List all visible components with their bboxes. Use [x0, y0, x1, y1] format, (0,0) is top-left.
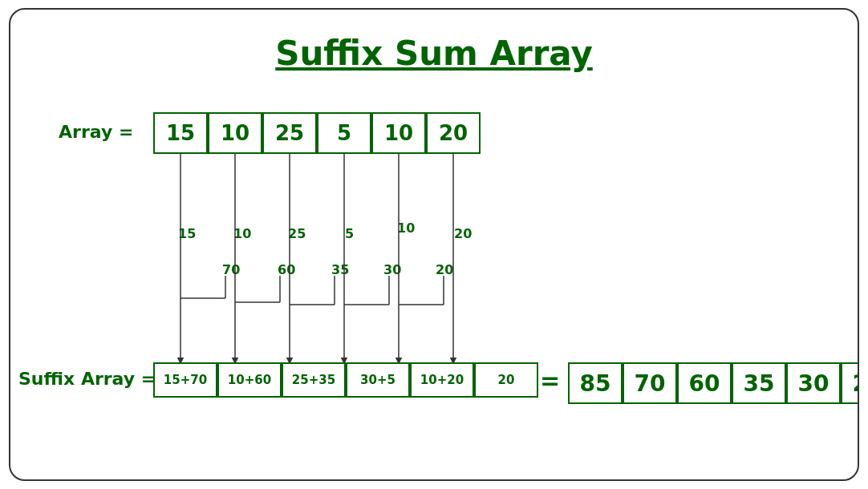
result-box-5: 20	[841, 362, 859, 404]
mid-val-3: 5	[345, 226, 354, 241]
diagram-area: Array = 15 10 25 5 10 20 15 10 25 5 10 2…	[10, 98, 858, 479]
suffix-box-5: 20	[474, 362, 538, 398]
array-box-1: 10	[208, 112, 262, 154]
result-box-0: 85	[568, 362, 623, 404]
main-container: Suffix Sum Array Array = 15 10 25 5 10 2…	[9, 8, 859, 481]
suffix-box-1: 10+60	[217, 362, 282, 398]
mid-val-0: 15	[178, 226, 196, 241]
result-box-4: 30	[786, 362, 841, 404]
suffix-box-2: 25+35	[282, 362, 346, 398]
result-box-2: 60	[677, 362, 732, 404]
carry-1: 60	[278, 262, 295, 277]
suffix-box-3: 30+5	[346, 362, 410, 398]
mid-val-4: 10	[397, 220, 415, 236]
array-boxes: 15 10 25 5 10 20	[153, 112, 481, 154]
result-boxes: 85 70 60 35 30 20	[568, 362, 859, 404]
suffix-box-0: 15+70	[153, 362, 217, 398]
page-title: Suffix Sum Array	[10, 34, 858, 73]
arrows-svg	[10, 98, 858, 479]
mid-val-1: 10	[233, 226, 251, 241]
carry-0: 70	[222, 262, 240, 277]
carry-4: 20	[436, 262, 453, 277]
carry-2: 35	[331, 262, 349, 277]
suffix-expr-boxes: 15+70 10+60 25+35 30+5 10+20 20	[153, 362, 538, 398]
array-label: Array =	[59, 122, 133, 142]
array-box-3: 5	[317, 112, 371, 154]
array-box-0: 15	[153, 112, 208, 154]
result-box-1: 70	[623, 362, 677, 404]
carry-3: 30	[383, 262, 401, 277]
array-box-2: 25	[262, 112, 317, 154]
equals-sign: =	[540, 366, 560, 394]
suffix-array-label: Suffix Array =	[18, 369, 156, 389]
mid-val-2: 25	[288, 226, 306, 241]
result-box-3: 35	[732, 362, 786, 404]
suffix-box-4: 10+20	[410, 362, 474, 398]
array-box-4: 10	[371, 112, 426, 154]
array-box-5: 20	[426, 112, 481, 154]
mid-val-5: 20	[454, 226, 472, 241]
